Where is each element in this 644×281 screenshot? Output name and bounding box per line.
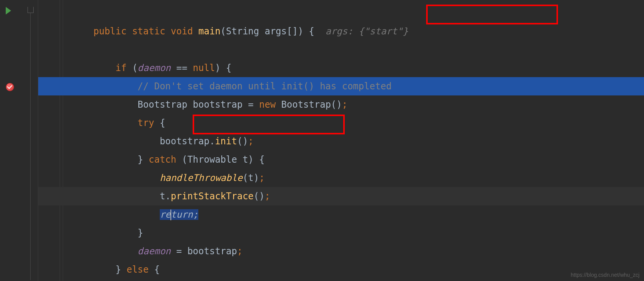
keyword-else: else [121,264,149,275]
keyword-catch: catch [143,154,177,165]
method-printStackTrace: printStackTrace [171,191,254,202]
breakpoint-icon[interactable] [6,83,14,91]
keyword-public: public [94,26,127,37]
keyword-null: null [193,63,215,73]
fold-line [30,13,31,280]
inline-hint: args: {"start"} [325,26,408,37]
gutter [0,0,38,281]
code-editor[interactable]: public static void main(String args[]) {… [0,0,644,281]
collapse-marker-icon[interactable] [28,7,34,13]
code-line[interactable]: if (daemon == null) { [38,40,644,59]
comment: // Don't set daemon until init() has com… [138,81,392,92]
code-line[interactable]: public static void main(String args[]) {… [38,4,644,22]
field-daemon: daemon [138,63,171,73]
keyword-return: re [160,209,171,220]
keyword-static: static [132,26,165,37]
method-main: main [198,26,221,37]
method-handleThrowable: handleThrowable [160,173,243,183]
method-init: init [215,136,237,147]
code-area[interactable]: public static void main(String args[]) {… [38,0,644,281]
keyword-if: if [115,63,127,73]
keyword-void: void [171,26,193,37]
keyword-try: try [138,118,154,128]
watermark: https://blog.csdn.net/whu_zcj [571,272,639,278]
run-icon[interactable] [6,7,11,15]
field-daemon: daemon [138,246,171,257]
keyword-new: new [259,99,276,110]
text-cursor [170,210,171,220]
